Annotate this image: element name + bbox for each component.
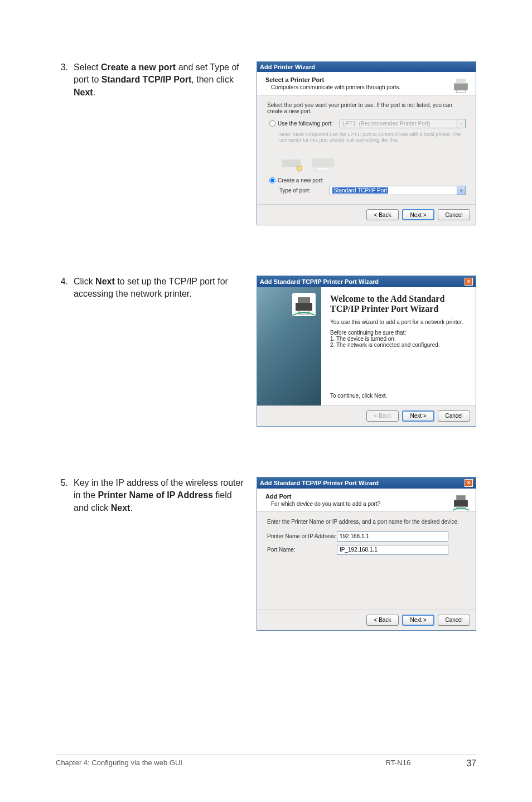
- port-select-disabled: LPT1: (Recommended Printer Port) ▾: [340, 119, 466, 128]
- plain: .: [130, 503, 132, 513]
- svg-rect-2: [456, 90, 466, 93]
- dialog-titlebar: Add Standard TCP/IP Printer Port Wizard …: [257, 477, 476, 489]
- bold: Standard TCP/IP Port: [101, 75, 192, 84]
- instruction-text: Click Next to set up the TCP/IP port for…: [74, 276, 245, 427]
- close-icon[interactable]: ×: [465, 278, 473, 286]
- create-new-port-radio[interactable]: [269, 177, 275, 183]
- create-new-port-label: Create a new port:: [278, 177, 323, 183]
- intro-text: Enter the Printer Name or IP address, an…: [267, 519, 466, 525]
- svg-rect-5: [284, 154, 298, 160]
- before-header: Before continuing be sure that:: [330, 330, 467, 336]
- next-button[interactable]: Next >: [402, 209, 434, 220]
- plain: , then click: [191, 75, 234, 84]
- step-5-instruction: 5. Key in the IP address of the wireless…: [56, 477, 245, 631]
- next-button[interactable]: Next >: [402, 615, 434, 626]
- port-name-input[interactable]: [337, 545, 448, 555]
- welcome-body: Welcome to the Add Standard TCP/IP Print…: [257, 287, 476, 405]
- dialog-titlebar: Add Printer Wizard: [257, 62, 476, 72]
- back-button: < Back: [366, 410, 399, 422]
- plain: .: [93, 88, 95, 97]
- welcome-title: Welcome to the Add Standard TCP/IP Print…: [330, 294, 467, 315]
- instruction-text: Key in the IP address of the wireless ro…: [74, 477, 245, 631]
- add-printer-wizard-dialog: Add Printer Wizard Select a Printer Port…: [257, 61, 476, 225]
- dialog-content: Enter the Printer Name or IP address, an…: [257, 512, 476, 610]
- dialog-header-subtitle: Computers communicate with printers thro…: [265, 84, 445, 90]
- use-following-port-radio[interactable]: [269, 120, 275, 127]
- svg-rect-12: [296, 303, 312, 311]
- svg-rect-16: [456, 495, 466, 500]
- note-text: Note: Most computers use the LPT1: port …: [279, 132, 466, 143]
- dialog-title: Add Standard TCP/IP Printer Port Wizard: [260, 278, 379, 285]
- step-3-instruction: 3. Select Create a new port and set Type…: [56, 61, 245, 225]
- page-footer: Chapter 4: Configuring via the web GUI R…: [56, 755, 476, 769]
- svg-rect-8: [312, 158, 334, 167]
- dialog-content: Select the port you want your printer to…: [257, 95, 476, 204]
- svg-rect-15: [454, 500, 468, 506]
- footer-chapter: Chapter 4: Configuring via the web GUI: [56, 758, 182, 769]
- dialog-header-title: Select a Printer Port: [265, 76, 445, 83]
- printer-icon: [452, 76, 470, 95]
- chevron-down-icon: ▾: [457, 186, 465, 195]
- before-item-1: 1. The device is turned on.: [330, 336, 467, 342]
- dialog-title: Add Standard TCP/IP Printer Port Wizard: [260, 480, 379, 486]
- use-following-port-label: Use the following port:: [278, 120, 333, 127]
- dialog-footer: < Back Next > Cancel: [257, 405, 476, 426]
- list-number: 3.: [56, 61, 68, 225]
- svg-point-3: [465, 85, 466, 86]
- dialog-header: Add Port For which device do you want to…: [257, 489, 476, 512]
- svg-rect-13: [298, 297, 310, 303]
- plain: Click: [74, 277, 95, 286]
- before-item-2: 2. The network is connected and configur…: [330, 342, 467, 348]
- footer-model: RT-N16: [386, 758, 411, 769]
- port-name-label: Port Name:: [267, 547, 337, 553]
- network-printer-icon: [292, 293, 316, 316]
- footer-page-number: 37: [466, 758, 476, 769]
- back-button[interactable]: < Back: [366, 209, 399, 220]
- bold: Printer Name of IP Address: [98, 490, 213, 500]
- step-4-instruction: 4. Click Next to set up the TCP/IP port …: [56, 276, 245, 427]
- instruction-text: Select Create a new port and set Type of…: [74, 61, 245, 225]
- dialog-header-title: Add Port: [265, 493, 445, 500]
- dialog-footer: < Back Next > Cancel: [257, 610, 476, 630]
- cancel-button[interactable]: Cancel: [438, 410, 470, 422]
- bold: Create a new port: [101, 62, 176, 72]
- dialog-header-subtitle: For which device do you want to add a po…: [265, 501, 445, 507]
- svg-rect-10: [316, 167, 330, 171]
- printer-connector-images: [278, 148, 466, 172]
- cancel-button[interactable]: Cancel: [438, 615, 470, 626]
- chevron-down-icon: ▾: [457, 119, 465, 128]
- type-of-port-select[interactable]: Standard TCP/IP Port ▾: [330, 186, 466, 195]
- tcpip-port-wizard-addport-dialog: Add Standard TCP/IP Printer Port Wizard …: [257, 477, 476, 631]
- welcome-line1: You use this wizard to add a port for a …: [330, 319, 467, 325]
- printer-address-label: Printer Name or IP Address:: [267, 533, 337, 539]
- svg-rect-9: [315, 153, 331, 158]
- back-button[interactable]: < Back: [366, 615, 399, 626]
- welcome-sidebar: [257, 287, 321, 405]
- bold: Next: [111, 503, 130, 513]
- port-select-value: LPT1: (Recommended Printer Port): [342, 120, 430, 127]
- plain: Select: [74, 62, 101, 72]
- printer-address-input[interactable]: [337, 532, 448, 542]
- list-number: 5.: [56, 477, 68, 631]
- bold: Next: [74, 88, 93, 97]
- dialog-footer: < Back Next > Cancel: [257, 204, 476, 225]
- svg-rect-0: [454, 83, 468, 90]
- dialog-title: Add Printer Wizard: [260, 64, 315, 70]
- continue-text: To continue, click Next.: [330, 393, 467, 399]
- network-printer-icon: [452, 493, 470, 511]
- welcome-content: Welcome to the Add Standard TCP/IP Print…: [321, 287, 476, 405]
- intro-text: Select the port you want your printer to…: [267, 102, 466, 114]
- cancel-button[interactable]: Cancel: [438, 209, 470, 220]
- dialog-titlebar: Add Standard TCP/IP Printer Port Wizard …: [257, 276, 476, 287]
- list-number: 4.: [56, 276, 68, 427]
- dialog-header: Select a Printer Port Computers communic…: [257, 72, 476, 95]
- close-icon[interactable]: ×: [465, 479, 473, 487]
- type-of-port-value: Standard TCP/IP Port: [332, 187, 388, 194]
- type-of-port-label: Type of port:: [279, 187, 330, 194]
- next-button[interactable]: Next >: [402, 410, 434, 422]
- bold: Next: [95, 277, 115, 286]
- tcpip-port-wizard-welcome-dialog: Add Standard TCP/IP Printer Port Wizard …: [257, 276, 476, 427]
- svg-rect-1: [456, 79, 466, 83]
